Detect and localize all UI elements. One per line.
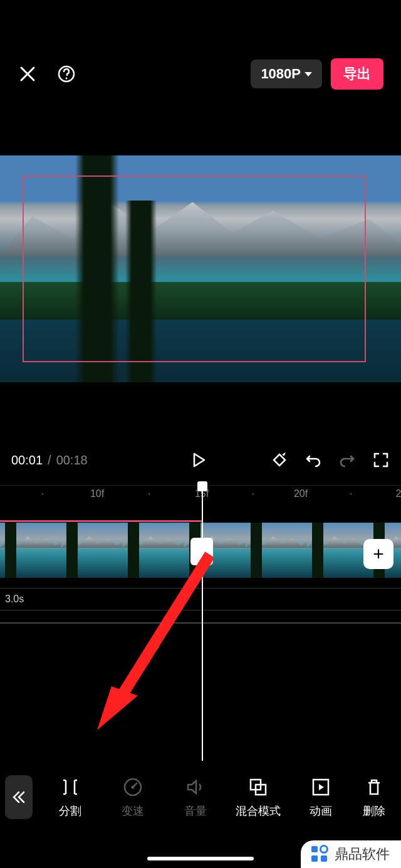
plus-icon: + [373, 543, 384, 565]
svg-rect-10 [311, 855, 318, 862]
video-preview[interactable] [0, 155, 401, 382]
chevron-double-left-icon [11, 789, 27, 805]
home-indicator [147, 857, 254, 860]
tool-speed[interactable]: 变速 [102, 776, 164, 818]
volume-icon [185, 776, 206, 798]
tool-label: 音量 [184, 803, 207, 818]
undo-button[interactable] [305, 451, 322, 469]
svg-rect-11 [321, 855, 327, 862]
tool-blend[interactable]: 混合模式 [227, 776, 289, 818]
tool-label: 动画 [310, 803, 332, 818]
svg-point-12 [321, 846, 328, 853]
clip-thumbnail[interactable] [123, 523, 184, 578]
selection-box[interactable] [23, 175, 366, 362]
blend-icon [247, 776, 269, 798]
resolution-selector[interactable]: 1080P [251, 60, 322, 88]
time-separator: / [48, 453, 51, 468]
keyframe-button[interactable] [271, 451, 288, 469]
watermark-text: 鼎品软件 [335, 845, 390, 864]
track-duration: 3.0s [5, 593, 24, 605]
clip-thumbnail[interactable] [0, 523, 61, 578]
secondary-track[interactable]: 3.0s [0, 588, 401, 610]
tool-label: 删除 [363, 803, 385, 818]
export-button[interactable]: 导出 [331, 58, 383, 90]
top-bar: 1080P 导出 [0, 60, 401, 88]
tool-label: 分割 [59, 803, 81, 818]
annotation-arrow [94, 552, 213, 733]
ruler-tick: 10f [90, 488, 104, 499]
delete-icon [363, 776, 385, 798]
keyframe-icon [271, 452, 288, 468]
clip-thumbnail[interactable] [307, 523, 368, 578]
playback-controls: 00:01 / 00:18 [0, 447, 401, 473]
ruler-tick: 2 [396, 488, 401, 499]
clip-thumbnail[interactable] [246, 523, 307, 578]
svg-marker-3 [97, 686, 138, 730]
add-clip-button[interactable]: + [363, 539, 393, 569]
chevron-down-icon [305, 72, 312, 76]
clip-selection-border [0, 520, 202, 522]
close-button[interactable] [18, 64, 38, 84]
tool-split[interactable]: 分割 [39, 776, 102, 818]
resolution-label: 1080P [261, 66, 301, 82]
fullscreen-button[interactable] [372, 451, 390, 469]
playhead[interactable] [202, 485, 203, 761]
export-label: 导出 [343, 66, 371, 81]
edit-toolbar: 分割 变速 音量 混合模式 动画 删除 [0, 766, 401, 829]
help-icon [57, 65, 76, 83]
speed-icon [122, 776, 143, 798]
redo-button[interactable] [338, 451, 356, 469]
tool-label: 混合模式 [236, 803, 281, 818]
ruler-tick: 20f [294, 488, 308, 499]
watermark: 鼎品软件 [301, 840, 401, 868]
redo-icon [338, 451, 356, 469]
tool-volume[interactable]: 音量 [164, 776, 227, 818]
split-icon [60, 776, 81, 798]
play-icon [190, 452, 207, 468]
tool-label: 变速 [122, 803, 144, 818]
tool-animation[interactable]: 动画 [289, 776, 352, 818]
animation-icon [310, 776, 331, 798]
svg-point-1 [66, 78, 68, 80]
svg-rect-9 [311, 846, 318, 852]
undo-icon [305, 451, 322, 469]
help-button[interactable] [56, 64, 76, 84]
tool-delete[interactable]: 删除 [352, 776, 396, 818]
toolbar-back-button[interactable] [5, 775, 33, 819]
play-button[interactable] [189, 451, 208, 469]
watermark-logo-icon [310, 844, 330, 864]
time-current: 00:01 [11, 453, 43, 468]
clip-thumbnail[interactable] [61, 523, 123, 578]
svg-point-5 [132, 786, 135, 789]
fullscreen-icon [373, 452, 389, 468]
time-total: 00:18 [56, 453, 88, 468]
close-icon [19, 65, 36, 83]
